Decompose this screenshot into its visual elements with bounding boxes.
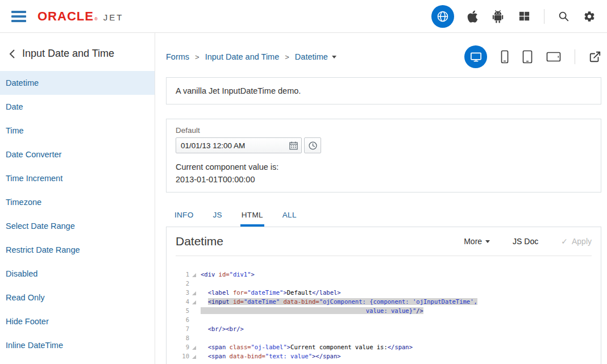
- web-platform-button[interactable]: [431, 5, 454, 28]
- android-platform-button[interactable]: [491, 9, 505, 24]
- code-line[interactable]: 9 <span class="oj-label">Current compone…: [167, 342, 601, 352]
- code-line[interactable]: 5 value: value}"/>: [167, 306, 601, 315]
- sidebar-item-select-date-range[interactable]: Select Date Range: [0, 214, 155, 238]
- line-number: 5: [167, 306, 189, 315]
- code-line[interactable]: 10 <span data-bind="text: value"></span>: [167, 352, 601, 361]
- code-text: [198, 315, 201, 324]
- line-number: 6: [167, 315, 189, 324]
- line-number: 3: [167, 288, 189, 297]
- clock-icon: [308, 141, 318, 150]
- line-number: 7: [167, 324, 189, 333]
- code-editor[interactable]: 1<div id="div1">23 <label for="dateTime"…: [167, 256, 601, 361]
- breadcrumb-dropdown-caret-icon[interactable]: [332, 56, 336, 58]
- line-number: 2: [167, 279, 189, 288]
- demo-panel: Default: [166, 119, 601, 193]
- code-text: value: value}"/>: [198, 306, 423, 315]
- sidebar-item-time-increment[interactable]: Time Increment: [0, 166, 155, 190]
- fold-marker-icon[interactable]: [189, 270, 198, 279]
- fold-gutter: [189, 333, 198, 342]
- sidebar-item-datetime[interactable]: Datetime: [0, 71, 155, 95]
- phone-icon: [501, 50, 509, 64]
- open-in-new-window-button[interactable]: [589, 51, 601, 63]
- check-icon: ✓: [561, 237, 568, 246]
- settings-button[interactable]: [583, 10, 596, 23]
- desktop-preview-button[interactable]: [464, 45, 487, 68]
- code-text: <span class="oj-label">Current component…: [198, 342, 413, 352]
- fold-gutter: [189, 279, 198, 288]
- sidebar-item-disabled[interactable]: Disabled: [0, 262, 155, 286]
- tablet-landscape-preview-button[interactable]: [546, 52, 561, 62]
- code-line[interactable]: 8: [167, 333, 601, 342]
- tablet-landscape-icon: [546, 52, 561, 62]
- fold-marker-icon[interactable]: [189, 352, 198, 361]
- windows-icon: [518, 10, 531, 23]
- jsdoc-button[interactable]: JS Doc: [513, 237, 538, 246]
- hamburger-menu-icon[interactable]: [11, 11, 26, 22]
- code-line[interactable]: 2: [167, 279, 601, 288]
- datetime-input[interactable]: [176, 141, 285, 150]
- demo-sidebar: Input Date and Time Datetime Date Time D…: [0, 33, 155, 364]
- sidebar-item-hide-footer[interactable]: Hide Footer: [0, 309, 155, 333]
- sidebar-item-read-only[interactable]: Read Only: [0, 286, 155, 309]
- calendar-icon: [289, 141, 298, 150]
- fold-marker-icon[interactable]: [189, 288, 198, 297]
- external-link-icon: [589, 51, 601, 63]
- sidebar-nav: Datetime Date Time Date Converter Time I…: [0, 71, 155, 357]
- line-number: 4: [167, 297, 189, 306]
- app-header: ORACLE ® JET: [0, 0, 607, 33]
- sidebar-title: Input Date and Time: [22, 48, 114, 60]
- code-line[interactable]: 7 <br/><br/>: [167, 324, 601, 333]
- breadcrumb-datetime[interactable]: Datetime: [295, 52, 328, 61]
- current-value: 2013-01-01T00:00:00: [176, 175, 592, 184]
- sidebar-item-restrict-date-range[interactable]: Restrict Date Range: [0, 238, 155, 262]
- apple-platform-button[interactable]: [467, 10, 478, 23]
- breadcrumb-forms[interactable]: Forms: [166, 52, 189, 61]
- sidebar-item-time[interactable]: Time: [0, 119, 155, 143]
- field-label: Default: [176, 126, 592, 135]
- sidebar-item-timezone[interactable]: Timezone: [0, 190, 155, 214]
- source-tabs: INFO JS HTML ALL: [166, 206, 601, 227]
- tab-html[interactable]: HTML: [240, 206, 264, 227]
- fold-gutter: [189, 315, 198, 324]
- time-picker-button[interactable]: [304, 137, 321, 153]
- breadcrumb-input-date-and-time[interactable]: Input Date and Time: [205, 52, 280, 61]
- fold-marker-icon[interactable]: [189, 297, 198, 306]
- code-line[interactable]: 3 <label for="dateTime">Default</label>: [167, 288, 601, 297]
- sidebar-item-inline-datetime[interactable]: Inline DateTime: [0, 333, 155, 357]
- phone-preview-button[interactable]: [501, 50, 509, 64]
- datetime-input-group: [176, 137, 302, 153]
- gear-icon: [583, 10, 596, 23]
- demo-description: A vanilla Jet InputDateTime demo.: [166, 77, 601, 104]
- breadcrumb-separator: >: [285, 53, 289, 61]
- device-divider: [575, 49, 575, 64]
- tablet-portrait-preview-button[interactable]: [522, 50, 533, 64]
- registered-mark: ®: [94, 16, 98, 22]
- code-text: <div id="div1">: [198, 270, 255, 279]
- search-button[interactable]: [558, 10, 570, 23]
- apple-icon: [467, 10, 478, 23]
- code-panel-title: Datetime: [176, 235, 223, 248]
- code-line[interactable]: 6: [167, 315, 601, 324]
- code-text: <br/><br/>: [198, 324, 244, 333]
- tab-info[interactable]: INFO: [173, 206, 194, 227]
- tab-all[interactable]: ALL: [281, 206, 298, 227]
- code-line[interactable]: 1<div id="div1">: [167, 270, 601, 279]
- back-chevron-icon[interactable]: [9, 49, 15, 59]
- windows-platform-button[interactable]: [518, 10, 531, 23]
- more-caret-icon: [485, 240, 490, 243]
- sidebar-item-date-converter[interactable]: Date Converter: [0, 143, 155, 166]
- breadcrumb-separator: >: [195, 53, 199, 61]
- apply-button[interactable]: ✓ Apply: [561, 237, 592, 246]
- android-icon: [491, 9, 505, 24]
- code-text: <input id="dateTime" data-bind="ojCompon…: [198, 297, 477, 306]
- line-number: 1: [167, 270, 189, 279]
- code-line[interactable]: 4 <input id="dateTime" data-bind="ojComp…: [167, 297, 601, 306]
- code-text: [198, 279, 201, 288]
- fold-marker-icon[interactable]: [189, 342, 198, 352]
- sidebar-item-date[interactable]: Date: [0, 95, 155, 119]
- calendar-picker-button[interactable]: [285, 138, 301, 153]
- tablet-portrait-icon: [522, 50, 533, 64]
- main-content: Forms > Input Date and Time > Datetime: [155, 33, 607, 364]
- tab-js[interactable]: JS: [211, 206, 223, 227]
- more-button[interactable]: More: [464, 237, 490, 246]
